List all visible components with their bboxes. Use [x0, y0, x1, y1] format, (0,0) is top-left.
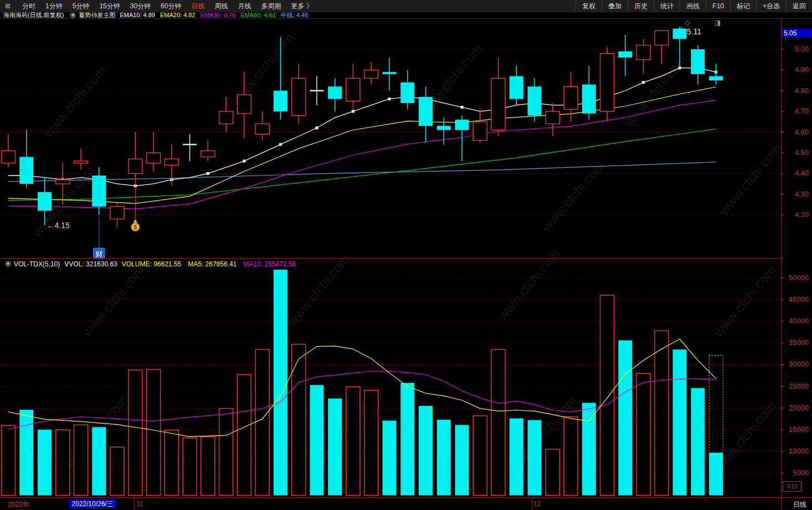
period-tab[interactable]: 日线 [186, 2, 209, 11]
ema-readouts: EMA10: 4.89EMA20: 4.82EMA30: 4.76EMA60: … [120, 12, 313, 19]
toolbar-actions: 复权叠加历史统计画线F10标记+自选返回 [575, 0, 812, 12]
ema-value: EMA30: 4.76 [201, 12, 236, 18]
high-price-annotation: 5.11 [687, 27, 701, 36]
low-price-annotation: ←4.15 [47, 221, 70, 230]
period-tab[interactable]: 周线 [209, 2, 233, 11]
stock-title[interactable]: 海南海药(日线.前复权) [3, 12, 64, 19]
svg-text:www.cfchi.com: www.cfchi.com [711, 262, 779, 340]
period-tab[interactable]: 30分钟 [125, 2, 156, 11]
stock-chart-app: www.cfchi.comwww.cfchi.comwww.cfchi.comw… [0, 0, 812, 510]
volume-tick-label: 20000 [783, 404, 809, 412]
toolbar-button[interactable]: 返回 [786, 0, 812, 12]
ema-value: EMA20: 4.82 [160, 12, 196, 18]
svg-text:www.cfchi.com: www.cfchi.com [40, 63, 109, 141]
price-tick-label: 4.90 [783, 66, 809, 74]
price-tick-label: 4.60 [783, 128, 809, 136]
volume-tick-label: 50000 [783, 274, 809, 282]
svg-text:财: 财 [95, 250, 102, 258]
panel-toggle-icon[interactable]: ◨ [715, 19, 721, 27]
date-axis-bar: 2022年 2022/10/26/三 1112 日线 [0, 497, 812, 510]
month-label: 12 [533, 500, 541, 508]
price-tick-label: 5.00 [783, 45, 809, 53]
svg-text:www.cfchi.com: www.cfchi.com [79, 262, 147, 340]
indicator-info-bar: 海南海药(日线.前复权) ▼ 蓄势待发主图 EMA10: 4.89EMA20: … [0, 12, 779, 19]
volume-ma-value: MA10: 265472.56 [243, 260, 296, 268]
period-menu: 分时1分钟5分钟15分钟30分钟60分钟日线周线月线多周期更多 》 [17, 2, 318, 11]
price-tick-label: 4.50 [783, 149, 809, 157]
month-tick [532, 498, 532, 510]
volume-tick-label: 30000 [783, 360, 809, 368]
app-window-icon[interactable]: ⊠ [3, 2, 13, 10]
chevron-down-icon[interactable]: ▼ [5, 261, 11, 267]
price-tick-label: 4.30 [783, 190, 809, 198]
toolbar-button[interactable]: 画线 [680, 0, 706, 12]
volume-readouts: VOLUME: 96621.55MA5: 267856.41MA10: 2654… [122, 260, 302, 268]
price-tick-label: 4.20 [783, 211, 809, 219]
projected-volume-box [709, 356, 723, 453]
volume-tick-label: 25000 [783, 383, 809, 390]
price-tick-label: 4.80 [783, 87, 809, 95]
toolbar-button[interactable]: 叠加 [602, 0, 628, 12]
ema-value: 年线: 4.46 [281, 12, 309, 18]
volume-tick-label: 5000 [783, 469, 809, 477]
month-label: 11 [136, 500, 143, 508]
ema-value: EMA60: 4.62 [240, 12, 276, 18]
volume-tick-label: 35000 [783, 339, 809, 347]
chevron-down-icon[interactable]: ▼ [70, 12, 76, 18]
volume-ma-value: VOLUME: 96621.55 [122, 260, 181, 268]
volume-multiplier-badge: X10 [783, 481, 801, 492]
selected-date-badge: 2022/10/26/三 [69, 499, 116, 508]
period-tab[interactable]: 15分钟 [94, 2, 125, 11]
chart-canvas: www.cfchi.comwww.cfchi.comwww.cfchi.comw… [0, 0, 812, 510]
main-indicator-name[interactable]: 蓄势待发主图 [79, 12, 115, 19]
volume-ma-value: MA5: 267856.41 [188, 260, 237, 268]
month-tick [705, 498, 706, 501]
money-bag-icon: $ [131, 219, 140, 231]
top-toolbar: ⊠ 分时1分钟5分钟15分钟30分钟60分钟日线周线月线多周期更多 》 复权叠加… [0, 0, 812, 13]
svg-text:$: $ [134, 224, 137, 230]
toolbar-button[interactable]: F10 [706, 0, 730, 12]
svg-text:www.cfchi.com: www.cfchi.com [539, 157, 607, 235]
toolbar-button[interactable]: 统计 [654, 0, 680, 12]
period-tab[interactable]: 更多 》 [286, 2, 317, 11]
volume-tick-label: 10000 [783, 447, 809, 455]
volume-tick-label: 40000 [783, 317, 809, 325]
price-tick-label: 4.70 [783, 107, 809, 115]
volume-tick-label: 15000 [783, 426, 809, 434]
period-label: 日线 [793, 500, 806, 509]
period-tab[interactable]: 月线 [233, 2, 256, 11]
vvol-readout: VVOL: 321630.63 [64, 260, 117, 268]
toolbar-button[interactable]: +自选 [756, 0, 786, 12]
price-highlight-badge: 5.05 [782, 29, 812, 38]
toolbar-button[interactable]: 复权 [575, 0, 602, 12]
period-tab[interactable]: 1分钟 [40, 2, 68, 11]
toolbar-button[interactable]: 历史 [628, 0, 654, 12]
period-tab[interactable]: 分时 [17, 2, 40, 11]
price-tick-label: 4.40 [783, 169, 809, 177]
volume-tick-label: 45000 [783, 296, 809, 303]
period-tab[interactable]: 5分钟 [68, 2, 95, 11]
year-label: 2022年 [8, 500, 29, 509]
volume-indicator-name[interactable]: VOL-TDX(5,10) [14, 260, 60, 268]
diamond-icon[interactable]: ◇ [685, 19, 690, 27]
svg-text:www.cfchi.com: www.cfchi.com [716, 141, 784, 218]
period-tab[interactable]: 60分钟 [156, 2, 186, 11]
period-tab[interactable]: 多周期 [256, 2, 286, 11]
volume-indicator-header: ▼ VOL-TDX(5,10) VVOL: 321630.63 VOLUME: … [0, 258, 783, 269]
ema-value: EMA10: 4.89 [120, 12, 155, 18]
month-tick [134, 498, 135, 510]
candlestick-series [2, 27, 723, 228]
toolbar-button[interactable]: 标记 [730, 0, 756, 12]
